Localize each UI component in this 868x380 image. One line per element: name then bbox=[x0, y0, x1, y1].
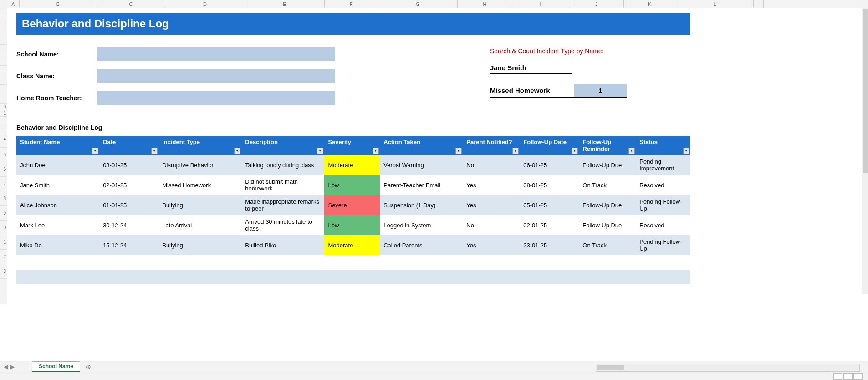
view-normal-button[interactable] bbox=[833, 373, 842, 380]
table-cell[interactable]: Low bbox=[324, 215, 380, 235]
row-header[interactable] bbox=[0, 121, 7, 131]
row-header[interactable] bbox=[0, 117, 7, 121]
table-row[interactable] bbox=[16, 270, 690, 284]
tab-next-icon[interactable]: ▶ bbox=[10, 364, 15, 370]
table-cell[interactable] bbox=[520, 255, 579, 270]
table-cell[interactable] bbox=[16, 270, 99, 284]
table-cell[interactable]: Logged in System bbox=[380, 215, 463, 235]
row-header[interactable] bbox=[0, 38, 7, 45]
table-cell[interactable]: Did not submit math homework bbox=[241, 175, 324, 195]
row-header[interactable]: 0 bbox=[0, 104, 7, 110]
table-cell[interactable]: Yes bbox=[463, 195, 520, 215]
horizontal-scrollbar[interactable] bbox=[596, 364, 860, 372]
table-cell[interactable]: 06-01-25 bbox=[520, 155, 579, 175]
table-cell[interactable] bbox=[463, 270, 520, 284]
row-header[interactable]: 8 bbox=[0, 191, 7, 206]
table-cell[interactable]: Alice Johnson bbox=[16, 195, 99, 215]
col-header[interactable]: D bbox=[165, 0, 245, 8]
tab-nav-arrows[interactable]: ◀ ▶ bbox=[0, 364, 32, 370]
table-row[interactable] bbox=[16, 284, 690, 295]
table-cell[interactable] bbox=[463, 284, 520, 295]
table-cell[interactable]: Bullying bbox=[158, 195, 241, 215]
table-cell[interactable]: No bbox=[463, 215, 520, 235]
row-header[interactable]: 3 bbox=[0, 264, 7, 279]
row-header[interactable] bbox=[0, 66, 7, 70]
row-header[interactable] bbox=[0, 8, 7, 15]
teacher-input[interactable] bbox=[97, 91, 335, 105]
table-cell[interactable]: Late Arrival bbox=[158, 215, 241, 235]
row-header[interactable] bbox=[0, 45, 7, 51]
table-cell[interactable]: 15-12-24 bbox=[99, 235, 158, 255]
table-cell[interactable] bbox=[579, 284, 636, 295]
table-cell[interactable]: Pending Improvement bbox=[636, 155, 690, 175]
table-cell[interactable]: On Track bbox=[579, 235, 636, 255]
table-cell[interactable] bbox=[158, 270, 241, 284]
table-cell[interactable] bbox=[579, 255, 636, 270]
horizontal-scroll-thumb[interactable] bbox=[597, 365, 624, 370]
table-cell[interactable] bbox=[241, 284, 324, 295]
col-header[interactable]: F bbox=[325, 0, 378, 8]
table-cell[interactable]: Talking loudly during class bbox=[241, 155, 324, 175]
table-cell[interactable]: Bullied Piko bbox=[241, 235, 324, 255]
table-cell[interactable] bbox=[99, 255, 158, 270]
filter-dropdown-icon[interactable]: ▾ bbox=[628, 148, 635, 154]
filter-dropdown-icon[interactable]: ▾ bbox=[683, 148, 689, 154]
table-cell[interactable]: Yes bbox=[463, 175, 520, 195]
row-header[interactable]: 2 bbox=[0, 250, 7, 264]
col-header[interactable]: G bbox=[378, 0, 458, 8]
table-cell[interactable] bbox=[158, 255, 241, 270]
col-header[interactable]: B bbox=[20, 0, 97, 8]
row-header[interactable]: 9 bbox=[0, 206, 7, 221]
school-input[interactable] bbox=[97, 47, 335, 61]
table-row[interactable]: Miko Do15-12-24BullyingBullied PikoModer… bbox=[16, 235, 690, 255]
col-header[interactable] bbox=[0, 0, 7, 8]
table-cell[interactable]: Follow-Up Due bbox=[579, 195, 636, 215]
table-cell[interactable] bbox=[241, 270, 324, 284]
table-cell[interactable]: 03-01-25 bbox=[99, 155, 158, 175]
row-header[interactable]: 1 bbox=[0, 110, 7, 117]
table-cell[interactable]: Follow-Up Due bbox=[579, 155, 636, 175]
table-cell[interactable]: Pending Follow-Up bbox=[636, 195, 690, 215]
row-header[interactable]: 1 bbox=[0, 235, 7, 250]
row-header[interactable]: 0 bbox=[0, 221, 7, 235]
table-cell[interactable]: Missed Homework bbox=[158, 175, 241, 195]
table-cell[interactable]: Follow-Up Due bbox=[579, 215, 636, 235]
table-cell[interactable]: Yes bbox=[463, 235, 520, 255]
table-cell[interactable]: 02-01-25 bbox=[99, 175, 158, 195]
table-cell[interactable] bbox=[99, 284, 158, 295]
table-row[interactable] bbox=[16, 255, 690, 270]
table-cell[interactable] bbox=[520, 270, 579, 284]
row-header[interactable]: 7 bbox=[0, 177, 7, 191]
table-cell[interactable] bbox=[16, 284, 99, 295]
table-cell[interactable]: John Doe bbox=[16, 155, 99, 175]
search-name-input[interactable]: Jane Smith bbox=[490, 64, 572, 74]
table-cell[interactable]: Jane Smith bbox=[16, 175, 99, 195]
table-cell[interactable]: Resolved bbox=[636, 215, 690, 235]
row-header[interactable] bbox=[0, 89, 7, 104]
view-layout-button[interactable] bbox=[843, 373, 853, 380]
table-cell[interactable]: Bullying bbox=[158, 235, 241, 255]
table-cell[interactable]: Resolved bbox=[636, 175, 690, 195]
col-header[interactable]: H bbox=[458, 0, 512, 8]
table-cell[interactable] bbox=[158, 284, 241, 295]
table-row[interactable]: Jane Smith02-01-25Missed HomeworkDid not… bbox=[16, 175, 690, 195]
table-cell[interactable]: 05-01-25 bbox=[520, 195, 579, 215]
col-header[interactable] bbox=[754, 0, 764, 8]
col-header[interactable]: J bbox=[569, 0, 624, 8]
table-cell[interactable]: Verbal Warning bbox=[380, 155, 463, 175]
table-row[interactable]: John Doe03-01-25Disruptive BehaviorTalki… bbox=[16, 155, 690, 175]
table-cell[interactable]: Severe bbox=[324, 195, 380, 215]
row-header[interactable] bbox=[0, 15, 7, 38]
table-cell[interactable]: Low bbox=[324, 175, 380, 195]
table-cell[interactable]: Moderate bbox=[324, 235, 380, 255]
vertical-scroll-thumb[interactable] bbox=[863, 9, 868, 173]
row-header[interactable]: 5 bbox=[0, 148, 7, 162]
table-cell[interactable]: 02-01-25 bbox=[520, 215, 579, 235]
sheet-tab-active[interactable]: School Name bbox=[32, 361, 80, 372]
add-sheet-button[interactable]: ⊕ bbox=[86, 363, 91, 370]
tab-prev-icon[interactable]: ◀ bbox=[4, 364, 8, 370]
table-cell[interactable]: 23-01-25 bbox=[520, 235, 579, 255]
row-header[interactable]: 6 bbox=[0, 162, 7, 177]
view-break-button[interactable] bbox=[853, 373, 863, 380]
filter-dropdown-icon[interactable]: ▾ bbox=[455, 148, 462, 154]
